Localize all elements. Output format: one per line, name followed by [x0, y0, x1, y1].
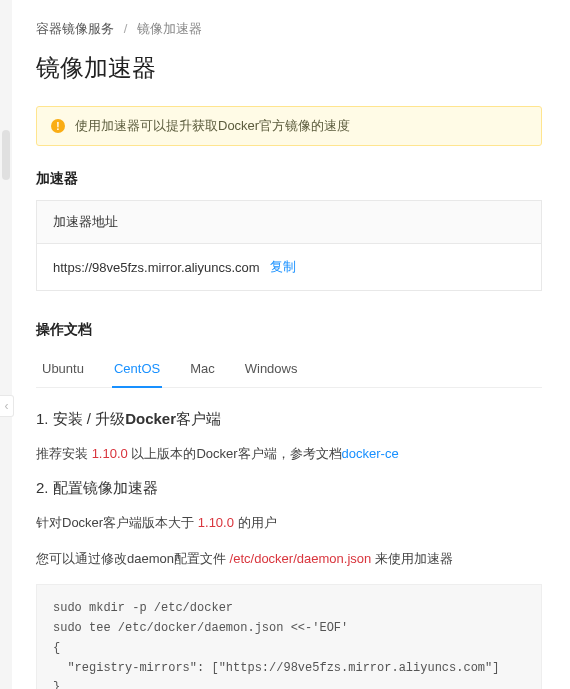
- breadcrumb: 容器镜像服务 / 镜像加速器: [36, 20, 542, 38]
- accelerator-panel: 加速器地址 https://98ve5fzs.mirror.aliyuncs.c…: [36, 200, 542, 291]
- breadcrumb-root[interactable]: 容器镜像服务: [36, 21, 114, 36]
- step1-heading-strong: Docker: [125, 410, 176, 427]
- docker-ce-link[interactable]: docker-ce: [342, 446, 399, 461]
- step2-line2-suffix: 来使用加速器: [371, 551, 453, 566]
- page-title: 镜像加速器: [36, 52, 542, 84]
- info-icon: !: [51, 119, 65, 133]
- doc-body: 1. 安装 / 升级Docker客户端 推荐安装 1.10.0 以上版本的Doc…: [36, 410, 542, 689]
- mirror-url: https://98ve5fzs.mirror.aliyuncs.com: [53, 260, 260, 275]
- step1-recommend-prefix: 推荐安装: [36, 446, 92, 461]
- step1-heading-prefix: 1. 安装 / 升级: [36, 410, 125, 427]
- breadcrumb-separator: /: [124, 21, 128, 36]
- alert-text: 使用加速器可以提升获取Docker官方镜像的速度: [75, 117, 350, 135]
- copy-button[interactable]: 复制: [270, 258, 296, 276]
- step1-recommend-version: 1.10.0: [92, 446, 128, 461]
- step2-heading: 2. 配置镜像加速器: [36, 479, 542, 498]
- code-block[interactable]: sudo mkdir -p /etc/docker sudo tee /etc/…: [36, 584, 542, 689]
- step2-line1-version: 1.10.0: [198, 515, 234, 530]
- step2-line2: 您可以通过修改daemon配置文件 /etc/docker/daemon.jso…: [36, 548, 542, 570]
- accelerator-panel-body: https://98ve5fzs.mirror.aliyuncs.com 复制: [37, 244, 541, 290]
- step1-recommend-mid: 以上版本的Docker客户端，参考文档: [128, 446, 342, 461]
- step1-recommend: 推荐安装 1.10.0 以上版本的Docker客户端，参考文档docker-ce: [36, 443, 542, 465]
- step2-line2-prefix: 您可以通过修改daemon配置文件: [36, 551, 230, 566]
- info-alert: ! 使用加速器可以提升获取Docker官方镜像的速度: [36, 106, 542, 146]
- daemon-json-path: /etc/docker/daemon.json: [230, 551, 372, 566]
- tab-windows[interactable]: Windows: [243, 351, 300, 388]
- step2-line1-prefix: 针对Docker客户端版本大于: [36, 515, 198, 530]
- tab-mac[interactable]: Mac: [188, 351, 217, 388]
- step2-line1: 针对Docker客户端版本大于 1.10.0 的用户: [36, 512, 542, 534]
- step1-heading: 1. 安装 / 升级Docker客户端: [36, 410, 542, 429]
- step1-heading-suffix: 客户端: [176, 410, 221, 427]
- page-content: 容器镜像服务 / 镜像加速器 镜像加速器 ! 使用加速器可以提升获取Docker…: [0, 0, 570, 689]
- tab-ubuntu[interactable]: Ubuntu: [40, 351, 86, 388]
- accelerator-panel-header: 加速器地址: [37, 201, 541, 244]
- step2-line1-suffix: 的用户: [234, 515, 277, 530]
- breadcrumb-current: 镜像加速器: [137, 21, 202, 36]
- os-tabs: Ubuntu CentOS Mac Windows: [36, 351, 542, 388]
- accelerator-section-title: 加速器: [36, 170, 542, 188]
- docs-section-title: 操作文档: [36, 321, 542, 339]
- tab-centos[interactable]: CentOS: [112, 351, 162, 388]
